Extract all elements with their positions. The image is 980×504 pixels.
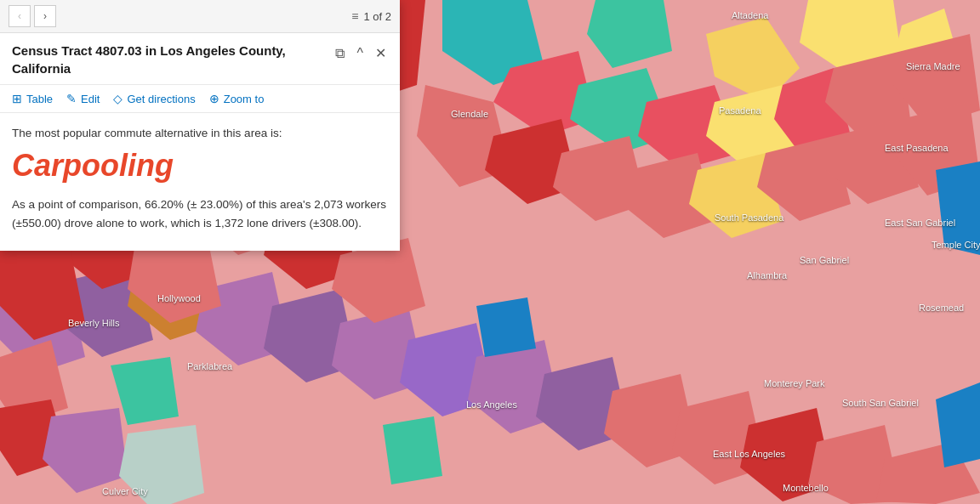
prev-button[interactable]: ‹ [9, 5, 31, 27]
zoom-icon: ⊕ [209, 92, 219, 105]
nav-arrows: ‹ › [9, 5, 56, 27]
popup-panel: ‹ › ≡ 1 of 2 Census Tract 4807.03 in Los… [0, 0, 400, 251]
stats-text: As a point of comparison, 66.20% (± 23.0… [12, 195, 388, 234]
feature-title: Census Tract 4807.03 in Los Angeles Coun… [12, 42, 301, 77]
directions-button[interactable]: ◇ Get directions [113, 92, 195, 105]
table-icon: ⊞ [12, 92, 22, 105]
toolbar: ⊞ Table ✎ Edit ◇ Get directions ⊕ Zoom t… [0, 85, 400, 113]
zoom-button[interactable]: ⊕ Zoom to [209, 92, 265, 105]
table-button[interactable]: ⊞ Table [12, 92, 53, 105]
collapse-button[interactable]: ^ [355, 44, 365, 63]
svg-marker-38 [383, 416, 442, 484]
copy-button[interactable]: ⧉ [333, 44, 346, 63]
edit-icon: ✎ [66, 92, 77, 105]
nav-bar: ‹ › ≡ 1 of 2 [0, 0, 400, 33]
zoom-label: Zoom to [224, 93, 265, 105]
close-button[interactable]: ✕ [373, 43, 388, 63]
edit-label: Edit [81, 93, 100, 105]
edit-button[interactable]: ✎ Edit [66, 92, 100, 105]
result-count: ≡ 1 of 2 [351, 9, 391, 23]
directions-icon: ◇ [113, 92, 122, 105]
intro-text: The most popular commute alternative in … [12, 127, 388, 139]
carpooling-title: Carpooling [12, 148, 388, 184]
next-button[interactable]: › [34, 5, 56, 27]
content-area: The most popular commute alternative in … [0, 113, 400, 251]
directions-label: Get directions [127, 93, 195, 105]
title-bar: Census Tract 4807.03 in Los Angeles Coun… [0, 33, 400, 85]
list-icon: ≡ [351, 9, 358, 23]
result-count-text: 1 of 2 [363, 10, 391, 23]
table-label: Table [26, 93, 53, 105]
title-actions: ⧉ ^ ✕ [333, 43, 388, 63]
svg-marker-39 [476, 297, 536, 357]
